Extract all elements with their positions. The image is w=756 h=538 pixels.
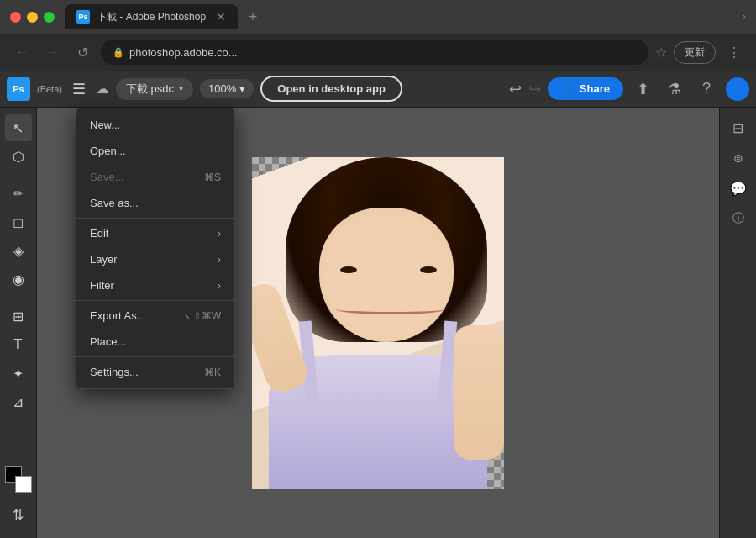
maximize-window-button[interactable] <box>44 12 55 23</box>
menu-item-settings-label: Settings... <box>90 366 139 378</box>
update-button[interactable]: 更新 <box>674 41 716 64</box>
menu-item-open-label: Open... <box>90 145 126 157</box>
menu-item-place-label: Place... <box>90 335 126 348</box>
menu-item-save-label: Save... <box>90 171 123 183</box>
menu-item-save-as[interactable]: Save as... <box>76 190 234 216</box>
menu-item-edit[interactable]: Edit › <box>76 220 234 246</box>
ps-tool-brush[interactable]: ✏ <box>5 180 32 207</box>
new-tab-button[interactable]: + <box>241 5 265 29</box>
address-bar: ← → ↺ 🔒 photoshop.adobe.co... ☆ 更新 ⋮ <box>0 34 756 71</box>
ps-tools-panel: ↖ ⬡ ✏ ◻ ◈ ◉ ⊞ T ✦ ⊿ ⇅ <box>0 108 37 538</box>
ps-tool-lasso[interactable]: ⬡ <box>5 143 32 170</box>
ps-filename-selector[interactable]: 下載.psdc ▾ <box>116 78 193 100</box>
menu-item-save-as-label: Save as... <box>90 197 139 209</box>
ps-tool-eyedropper[interactable]: ⊿ <box>5 388 32 415</box>
bookmark-button[interactable]: ☆ <box>655 45 667 61</box>
ps-help-button[interactable]: ? <box>694 76 719 102</box>
menu-item-place[interactable]: Place... <box>76 329 234 355</box>
menu-item-settings-shortcut: ⌘K <box>204 367 221 378</box>
menu-item-new-label: New... <box>90 119 120 131</box>
ps-logo: Ps <box>7 77 30 101</box>
menu-item-new[interactable]: New... <box>76 112 234 138</box>
ps-share-icon: 👤 <box>561 82 575 95</box>
browser-more-button[interactable]: ⋮ <box>722 40 746 64</box>
forward-button[interactable]: → <box>40 40 64 64</box>
title-bar: Ps 下載 - Adobe Photoshop ✕ + › <box>0 0 756 34</box>
ps-filename-text: 下載.psdc <box>126 82 174 97</box>
ps-adjustments-button[interactable]: ⊜ <box>725 145 752 171</box>
back-button[interactable]: ← <box>10 40 34 64</box>
menu-item-export-as[interactable]: Export As... ⌥⇧⌘W <box>76 303 234 329</box>
ps-user-avatar[interactable] <box>726 77 749 101</box>
menu-item-filter[interactable]: Filter › <box>76 272 234 298</box>
tab-title: 下載 - Adobe Photoshop <box>97 10 206 24</box>
ps-flask-button[interactable]: ⚗ <box>662 76 687 102</box>
lock-icon: 🔒 <box>113 47 124 58</box>
ps-canvas-background <box>252 157 504 489</box>
menu-item-save-shortcut: ⌘S <box>204 171 221 183</box>
ps-arrange-button[interactable]: ⇅ <box>5 501 32 528</box>
menu-item-filter-label: Filter <box>90 279 114 292</box>
photoshop-app: Ps (Beta) ☰ ☁ 下載.psdc ▾ 100% ▾ Open in d… <box>0 71 756 538</box>
ps-share-button[interactable]: 👤 Share <box>548 77 623 100</box>
ps-redo-button[interactable]: ↪ <box>528 80 541 98</box>
ps-image-layer <box>252 157 504 489</box>
ps-layers-button[interactable]: ⊟ <box>725 114 752 141</box>
traffic-lights <box>10 12 55 23</box>
ps-open-desktop-button[interactable]: Open in desktop app <box>260 76 402 102</box>
menu-item-edit-label: Edit <box>90 227 108 240</box>
menu-item-layer[interactable]: Layer › <box>76 246 234 272</box>
ps-top-bar: Ps (Beta) ☰ ☁ 下載.psdc ▾ 100% ▾ Open in d… <box>0 71 756 108</box>
minimize-window-button[interactable] <box>27 12 38 23</box>
ps-filename-arrow: ▾ <box>179 84 183 93</box>
tab-favicon: Ps <box>76 10 90 24</box>
ps-tool-move[interactable]: ↖ <box>5 114 32 141</box>
ps-info-button[interactable]: ⓘ <box>725 205 752 232</box>
ps-zoom-arrow: ▾ <box>239 82 245 95</box>
menu-item-layer-label: Layer <box>90 253 118 266</box>
ps-tool-paint-bucket[interactable]: ◈ <box>5 237 32 264</box>
menu-item-layer-arrow: › <box>218 254 221 266</box>
menu-item-edit-arrow: › <box>218 228 221 240</box>
menu-divider-2 <box>76 300 234 301</box>
ps-tool-shape[interactable]: ✦ <box>5 360 32 387</box>
close-window-button[interactable] <box>10 12 21 23</box>
address-input[interactable]: 🔒 photoshop.adobe.co... <box>101 40 648 65</box>
ps-tool-clone[interactable]: ◉ <box>5 266 32 293</box>
ps-tool-type[interactable]: T <box>5 331 32 358</box>
menu-item-export-as-label: Export As... <box>90 309 145 322</box>
tab-close-button[interactable]: ✕ <box>216 10 226 24</box>
ps-cloud-button[interactable]: ☁ <box>96 81 109 97</box>
ps-hamburger-menu[interactable]: ☰ <box>69 76 89 102</box>
ps-beta-label: (Beta) <box>37 84 62 94</box>
menu-item-open[interactable]: Open... <box>76 138 234 164</box>
menu-item-save[interactable]: Save... ⌘S <box>76 164 234 190</box>
ps-share-label: Share <box>580 82 610 95</box>
ps-right-panel: ⊟ ⊜ 💬 ⓘ <box>719 108 756 538</box>
ps-hamburger-dropdown: New... Open... Save... ⌘S Save as... Edi… <box>76 108 235 389</box>
ps-comments-button[interactable]: 💬 <box>725 175 752 202</box>
menu-divider-3 <box>76 356 234 357</box>
ps-background-color[interactable] <box>15 476 32 493</box>
refresh-button[interactable]: ↺ <box>71 40 94 64</box>
browser-chrome: Ps 下載 - Adobe Photoshop ✕ + › ← → ↺ 🔒 ph… <box>0 0 756 71</box>
tabs-area: Ps 下載 - Adobe Photoshop ✕ + › <box>65 4 746 29</box>
menu-divider-1 <box>76 218 234 219</box>
tab-overflow-arrow[interactable]: › <box>743 11 746 23</box>
ps-upload-button[interactable]: ⬆ <box>630 76 655 102</box>
active-tab[interactable]: Ps 下載 - Adobe Photoshop ✕ <box>65 4 238 29</box>
ps-color-swatch[interactable] <box>5 466 32 493</box>
menu-item-export-as-shortcut: ⌥⇧⌘W <box>181 310 221 322</box>
ps-tool-eraser[interactable]: ◻ <box>5 208 32 235</box>
ps-tool-crop[interactable]: ⊞ <box>5 303 32 330</box>
address-text: photoshop.adobe.co... <box>129 46 238 59</box>
ps-undo-button[interactable]: ↩ <box>509 80 522 98</box>
ps-zoom-text: 100% <box>208 82 236 95</box>
menu-item-settings[interactable]: Settings... ⌘K <box>76 359 234 385</box>
menu-item-filter-arrow: › <box>218 280 221 292</box>
ps-zoom-selector[interactable]: 100% ▾ <box>200 79 254 98</box>
